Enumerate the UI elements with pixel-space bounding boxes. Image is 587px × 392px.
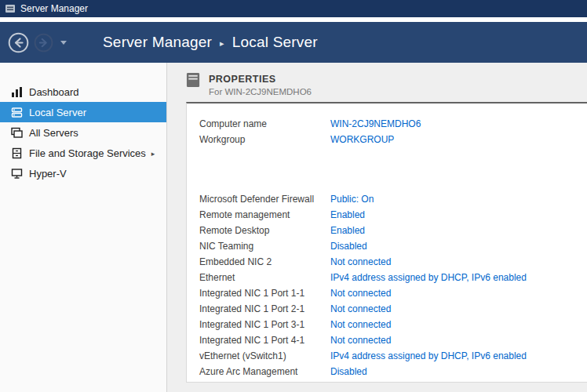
chevron-down-icon[interactable] xyxy=(60,41,67,45)
property-row: Azure Arc ManagementDisabled xyxy=(199,364,587,379)
properties-subtitle: For WIN-2CJ9NEMDHO6 xyxy=(209,87,312,96)
property-value-link[interactable]: Not connected xyxy=(330,319,391,330)
property-row: Microsoft Defender FirewallPublic: On xyxy=(199,191,587,207)
property-value-link[interactable]: Public: On xyxy=(330,194,374,205)
property-label: Embedded NIC 2 xyxy=(199,256,330,267)
property-label: Remote Desktop xyxy=(199,225,330,236)
property-value-link[interactable]: Not connected xyxy=(330,303,391,314)
properties-rows: Computer nameWIN-2CJ9NEMDHO6WorkgroupWOR… xyxy=(199,116,587,379)
breadcrumb-root[interactable]: Server Manager xyxy=(103,34,212,51)
properties-group: Microsoft Defender FirewallPublic: OnRem… xyxy=(199,191,587,379)
property-row: Remote DesktopEnabled xyxy=(199,223,587,238)
sidebar-item-label: Hyper-V xyxy=(29,168,67,180)
property-row: EthernetIPv4 address assigned by DHCP, I… xyxy=(199,270,587,285)
property-row: Computer nameWIN-2CJ9NEMDHO6 xyxy=(199,116,587,132)
property-value-link[interactable]: Not connected xyxy=(330,335,391,346)
property-row: Remote managementEnabled xyxy=(199,207,587,223)
forward-arrow-icon[interactable] xyxy=(34,33,53,53)
property-value-link[interactable]: Not connected xyxy=(330,256,391,267)
property-row: vEthernet (vSwitch1)IPv4 address assigne… xyxy=(199,348,587,364)
property-label: Remote management xyxy=(199,209,330,220)
property-label: Integrated NIC 1 Port 4-1 xyxy=(199,335,330,346)
property-row: Integrated NIC 1 Port 2-1Not connected xyxy=(199,301,587,317)
property-label: Ethernet xyxy=(199,272,330,283)
property-row: Integrated NIC 1 Port 4-1Not connected xyxy=(199,332,587,348)
properties-group: Computer nameWIN-2CJ9NEMDHO6WorkgroupWOR… xyxy=(199,116,587,147)
header-band: Server Manager ▸ Local Server xyxy=(0,22,587,63)
breadcrumb-separator-icon: ▸ xyxy=(220,37,224,49)
property-row: Integrated NIC 1 Port 1-1Not connected xyxy=(199,285,587,301)
property-value-link[interactable]: Disabled xyxy=(330,241,367,252)
property-label: vEthernet (vSwitch1) xyxy=(199,350,330,361)
properties-tile-heading: PROPERTIES For WIN-2CJ9NEMDHO6 xyxy=(186,72,587,102)
property-label: Computer name xyxy=(199,118,330,129)
breadcrumb-current[interactable]: Local Server xyxy=(232,34,318,51)
property-value-link[interactable]: Disabled xyxy=(330,366,367,377)
local-server-icon xyxy=(11,107,23,118)
sidebar-item-dashboard[interactable]: Dashboard xyxy=(0,82,166,102)
content-area: PROPERTIES For WIN-2CJ9NEMDHO6 Computer … xyxy=(167,63,587,392)
property-value-link[interactable]: WIN-2CJ9NEMDHO6 xyxy=(330,118,421,129)
breadcrumb: Server Manager ▸ Local Server xyxy=(103,34,318,51)
sidebar-nav: DashboardLocal ServerAll ServersFile and… xyxy=(0,63,167,392)
sidebar-item-all-servers[interactable]: All Servers xyxy=(0,122,166,143)
file-storage-icon xyxy=(11,147,23,159)
window-titlebar: Server Manager xyxy=(0,0,587,17)
sidebar-item-label: Dashboard xyxy=(29,86,79,98)
chevron-right-icon[interactable]: ▸ xyxy=(151,149,155,158)
server-manager-icon[interactable] xyxy=(5,3,16,14)
property-value-link[interactable]: IPv4 address assigned by DHCP, IPv6 enab… xyxy=(330,272,527,283)
property-label: Integrated NIC 1 Port 1-1 xyxy=(199,288,330,299)
property-label: Workgroup xyxy=(199,134,330,145)
property-row: WorkgroupWORKGROUP xyxy=(199,132,587,147)
properties-tile: Computer nameWIN-2CJ9NEMDHO6WorkgroupWOR… xyxy=(186,102,587,383)
history-nav xyxy=(8,32,67,53)
main-layout: DashboardLocal ServerAll ServersFile and… xyxy=(0,63,587,392)
property-label: Azure Arc Management xyxy=(199,366,330,377)
sidebar-item-label: File and Storage Services xyxy=(29,147,146,159)
hyper-v-icon xyxy=(11,168,23,180)
property-value-link[interactable]: IPv4 address assigned by DHCP, IPv6 enab… xyxy=(330,350,527,361)
sidebar-item-file-storage-services[interactable]: File and Storage Services▸ xyxy=(0,143,166,163)
property-value-link[interactable]: Enabled xyxy=(330,209,365,220)
back-arrow-icon[interactable] xyxy=(8,32,29,53)
window-title: Server Manager xyxy=(20,3,88,14)
property-label: Integrated NIC 1 Port 2-1 xyxy=(199,303,330,314)
property-row: NIC TeamingDisabled xyxy=(199,238,587,254)
all-servers-icon xyxy=(11,127,23,139)
dashboard-icon xyxy=(11,86,23,98)
property-label: Microsoft Defender Firewall xyxy=(199,194,330,205)
sidebar-item-hyper-v[interactable]: Hyper-V xyxy=(0,163,166,183)
property-value-link[interactable]: WORKGROUP xyxy=(330,134,394,145)
sidebar-item-local-server[interactable]: Local Server xyxy=(0,102,166,122)
sidebar-item-label: Local Server xyxy=(29,107,86,118)
sidebar-item-label: All Servers xyxy=(29,127,78,139)
property-label: Integrated NIC 1 Port 3-1 xyxy=(199,319,330,330)
property-label: NIC Teaming xyxy=(199,241,330,252)
property-row: Integrated NIC 1 Port 3-1Not connected xyxy=(199,317,587,332)
property-value-link[interactable]: Enabled xyxy=(330,225,365,236)
property-value-link[interactable]: Not connected xyxy=(330,288,391,299)
properties-icon xyxy=(186,72,201,102)
properties-title: PROPERTIES xyxy=(209,74,312,85)
property-row: Embedded NIC 2Not connected xyxy=(199,254,587,270)
